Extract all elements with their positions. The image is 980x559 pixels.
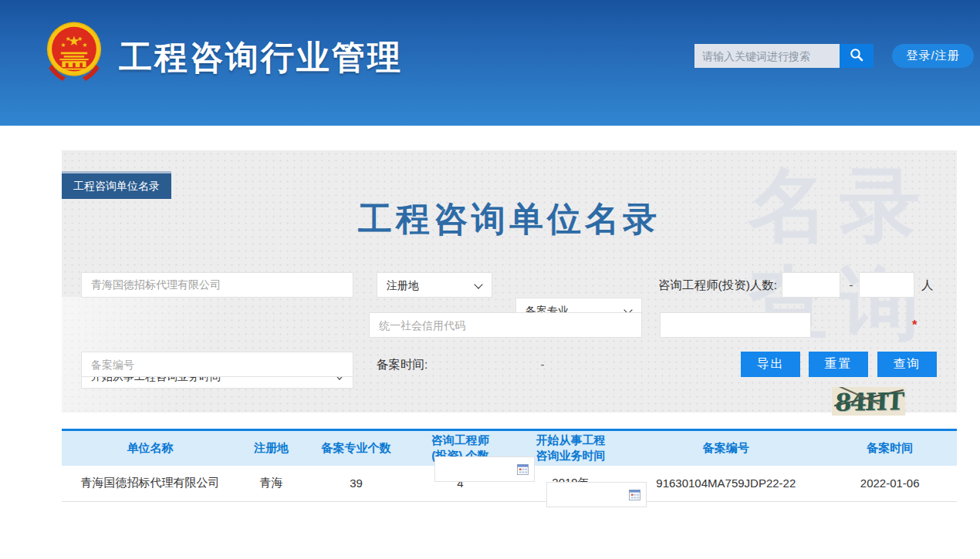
page-title: 工程咨询单位名录 — [62, 197, 957, 242]
national-emblem-icon: ★ ★ ★ ★ ★ — [44, 20, 104, 82]
svg-text:★: ★ — [83, 42, 88, 49]
login-register-button[interactable]: 登录/注册 — [892, 44, 974, 68]
captcha-image[interactable]: 84HT — [832, 387, 905, 416]
date-separator: - — [538, 352, 547, 377]
site-header: ★ ★ ★ ★ ★ 工程咨询行业管理 登录/注册 — [0, 0, 980, 126]
column-header: 备案编号 — [629, 430, 823, 466]
engineer-count-label: 咨询工程师(投资)人数: — [658, 272, 777, 298]
captcha-text: 84HT — [834, 387, 903, 416]
table-cell: 青海国德招标代理有限公司 — [62, 466, 238, 502]
tab-consulting-unit-directory[interactable]: 工程咨询单位名录 — [62, 171, 171, 199]
captcha-input[interactable] — [660, 312, 811, 338]
export-button[interactable]: 导出 — [741, 352, 800, 377]
table-cell: 2022-01-06 — [823, 466, 957, 502]
engineer-count-max-input[interactable] — [859, 272, 914, 298]
record-time-label: 备案时间: — [377, 352, 427, 377]
required-mark: * — [912, 311, 917, 339]
record-number-input[interactable] — [81, 352, 353, 377]
table-cell: 39 — [304, 466, 408, 502]
query-button[interactable]: 查询 — [877, 352, 937, 377]
search-input[interactable] — [694, 44, 840, 68]
column-header: 备案时间 — [823, 430, 957, 466]
table-cell: 青海 — [238, 466, 304, 502]
record-time-end-picker — [546, 482, 647, 507]
credit-code-input[interactable] — [369, 312, 642, 338]
company-name-input[interactable] — [81, 272, 353, 298]
column-header: 注册地 — [238, 430, 304, 466]
search-icon — [849, 47, 864, 65]
directory-panel: 名录 查询 工程咨询单位名录 工程咨询单位名录 注册地 备案专业 咨询工程师(投… — [62, 150, 957, 413]
site-title: 工程咨询行业管理 — [119, 35, 403, 80]
range-separator: - — [846, 272, 857, 298]
engineer-count-min-input[interactable] — [782, 272, 840, 298]
svg-text:★: ★ — [60, 42, 66, 49]
region-select[interactable]: 注册地 — [377, 273, 492, 297]
search-button[interactable] — [840, 44, 874, 68]
people-unit-label: 人 — [921, 272, 934, 298]
region-select-wrap: 注册地 — [377, 272, 492, 298]
table-cell: 91630104MA759JDP22-22 — [629, 466, 823, 502]
column-header: 单位名称 — [62, 430, 238, 466]
svg-text:★: ★ — [66, 35, 71, 42]
header-search — [694, 44, 840, 68]
reset-button[interactable]: 重置 — [809, 352, 868, 377]
column-header: 备案专业个数 — [304, 430, 408, 466]
record-time-start-picker — [434, 456, 535, 482]
